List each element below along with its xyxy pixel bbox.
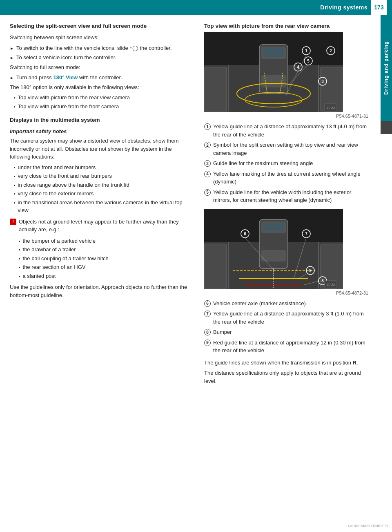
loc-bullet-2-text: very close to the front and rear bumpers — [18, 172, 112, 180]
loc-bullet-5-text: in the transitional areas between the va… — [18, 199, 192, 215]
image1-caption: P54.65-4871-31 — [204, 114, 368, 118]
section1-intro: Switching between split screen views: — [10, 34, 192, 42]
warn-bullet-1: • the bumper of a parked vehicle — [10, 237, 192, 245]
bold-R: R — [352, 360, 356, 366]
svg-text:7: 7 — [305, 232, 307, 236]
footer-note-2: The distance specifications only apply t… — [204, 369, 368, 385]
dot-warn-2: • — [19, 247, 20, 253]
num-item-9-text: Red guide line at a distance of approxim… — [213, 339, 368, 355]
bullet-arrow-3: ► Turn and press 180° View with the cont… — [10, 74, 192, 82]
num-item-8: 8 Bumper — [204, 328, 368, 336]
footer-watermark: carmanualsonline.info — [348, 523, 388, 528]
dot-loc-3: • — [14, 182, 16, 188]
num-circle-9: 9 — [204, 340, 211, 346]
warning-box: ! Objects not at ground level may appear… — [10, 218, 192, 234]
header-title: Driving systems — [320, 4, 368, 11]
dot-icon-1: • — [14, 95, 16, 101]
num-circle-5: 5 — [204, 189, 211, 196]
loc-bullet-1-text: under the front and rear bumpers — [18, 163, 96, 172]
fullscreen-intro: Switching to full screen mode: — [10, 63, 192, 72]
section-displays: Displays in the multimedia system Import… — [10, 117, 192, 299]
dot-icon-2: • — [14, 104, 16, 110]
camera-image-2: 6 7 8 9 CAM — [204, 209, 343, 289]
warn-bullet-5: • a slanted post — [10, 272, 192, 280]
warn-bullet-4: • the rear section of an HGV — [10, 263, 192, 271]
warning-icon: ! — [10, 219, 16, 225]
dot-warn-4: • — [19, 264, 20, 270]
subsection-heading: Important safety notes — [10, 128, 192, 134]
dot-warn-1: • — [19, 238, 20, 244]
bullet-arrow-1-text: To switch to the line with the vehicle i… — [16, 44, 172, 52]
arrow-icon-1: ► — [10, 45, 14, 51]
num-item-6-text: Vehicle center axle (marker assistance) — [213, 300, 306, 308]
image2-caption: P54.65-4872-31 — [204, 291, 368, 295]
loc-bullet-4: • very close to the exterior mirrors — [10, 190, 192, 198]
svg-text:1: 1 — [305, 49, 307, 53]
loc-bullet-4-text: very close to the exterior mirrors — [18, 190, 94, 198]
view-bullet-1-text: Top view with picture from the rear view… — [18, 94, 130, 102]
warn-bullet-1-text: the bumper of a parked vehicle — [23, 237, 96, 245]
num-item-2: 2 Symbol for the split screen setting wi… — [204, 141, 368, 157]
num-circle-1: 1 — [204, 123, 211, 130]
bullet-arrow-2: ► To select a vehicle icon: turn the con… — [10, 54, 192, 62]
num-circle-7: 7 — [204, 311, 211, 317]
dot-loc-4: • — [14, 191, 16, 197]
svg-text:4: 4 — [297, 65, 299, 69]
num-item-1-text: Yellow guide line at a distance of appro… — [213, 123, 368, 139]
num-item-2-text: Symbol for the split screen setting with… — [213, 141, 368, 157]
section1-heading: Selecting the split-screen view and full… — [10, 23, 192, 30]
warn-bullet-4-text: the rear section of an HGV — [23, 263, 86, 271]
page-number: 173 — [371, 0, 387, 15]
dot-loc-5: • — [14, 200, 16, 206]
warn-bullet-2-text: the drawbar of a trailer — [23, 246, 76, 254]
num-item-4: 4 Yellow lane marking of the tires at cu… — [204, 170, 368, 186]
num-item-5-text: Yellow guide line for the vehicle width … — [213, 188, 368, 204]
view-bullet-2: • Top view with picture from the front c… — [10, 103, 192, 111]
arrow-icon-3: ► — [10, 75, 14, 81]
num-item-9: 9 Red guide line at a distance of approx… — [204, 339, 368, 355]
section-split-screen: Selecting the split-screen view and full… — [10, 23, 192, 110]
numbered-list-2: 6 Vehicle center axle (marker assistance… — [204, 300, 368, 355]
warn-bullet-5-text: a slanted post — [23, 272, 56, 280]
svg-rect-5 — [204, 67, 227, 112]
arrow-icon-2: ► — [10, 55, 14, 61]
numbered-list-1: 1 Yellow guide line at a distance of app… — [204, 123, 368, 204]
section2-heading: Displays in the multimedia system — [10, 117, 192, 124]
view-bullet-2-text: Top view with picture from the front cam… — [18, 103, 119, 111]
warning-text: Objects not at ground level may appear t… — [19, 218, 192, 234]
svg-text:8: 8 — [321, 279, 324, 283]
svg-text:CAM: CAM — [327, 106, 335, 110]
svg-text:9: 9 — [309, 268, 312, 273]
dot-warn-3: • — [19, 256, 20, 262]
loc-bullet-2: • very close to the front and rear bumpe… — [10, 172, 192, 180]
dot-loc-1: • — [14, 165, 16, 171]
svg-rect-30 — [204, 244, 227, 289]
num-circle-4: 4 — [204, 171, 211, 177]
num-item-6: 6 Vehicle center axle (marker assistance… — [204, 300, 368, 308]
svg-rect-37 — [263, 223, 284, 231]
svg-rect-10 — [263, 48, 284, 57]
num-item-7-text: Yellow guide line at a distance of appro… — [213, 310, 368, 326]
warn-bullet-3: • the ball coupling of a trailer tow hit… — [10, 255, 192, 263]
camera-svg-2: 6 7 8 9 CAM — [204, 209, 343, 289]
footer-note-1: The guide lines are shown when the trans… — [204, 359, 368, 367]
guidelines-text: Use the guidelines only for orientation.… — [10, 283, 192, 299]
num-item-5: 5 Yellow guide line for the vehicle widt… — [204, 188, 368, 204]
num-circle-2: 2 — [204, 142, 211, 148]
svg-rect-36 — [261, 250, 286, 262]
loc-bullet-3: • in close range above the handle on the… — [10, 181, 192, 189]
num-item-1: 1 Yellow guide line at a distance of app… — [204, 123, 368, 139]
safety-para1: The camera system may show a distorted v… — [10, 137, 192, 161]
num-item-3-text: Guide line for the maximum steering angl… — [213, 159, 313, 168]
camera-svg-1: 1 2 3 4 5 CAM — [204, 32, 343, 112]
right-column: Top view with picture from the rear view… — [200, 23, 381, 387]
view-bullet-1: • Top view with picture from the rear vi… — [10, 94, 192, 102]
num-circle-3: 3 — [204, 160, 211, 167]
num-circle-8: 8 — [204, 329, 211, 335]
num-item-3: 3 Guide line for the maximum steering an… — [204, 159, 368, 168]
option-note: The 180° option is only available in the… — [10, 83, 192, 92]
warn-bullet-2: • the drawbar of a trailer — [10, 246, 192, 254]
camera-image-1: 1 2 3 4 5 CAM — [204, 32, 343, 112]
bullet-arrow-2-text: To select a vehicle icon: turn the contr… — [16, 54, 116, 62]
loc-bullet-3-text: in close range above the handle on the t… — [18, 181, 129, 189]
